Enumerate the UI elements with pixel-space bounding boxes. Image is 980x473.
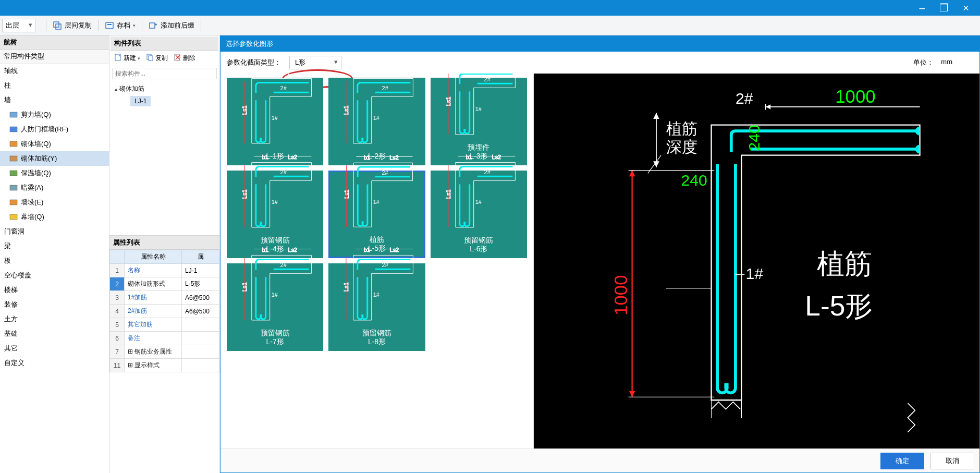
unit-value: mm	[941, 58, 952, 67]
prop-label: 其它加筋	[125, 318, 182, 332]
prop-idx: 5	[110, 318, 125, 332]
prop-value[interactable]	[182, 332, 219, 345]
nav-item-axis[interactable]: 轴线	[0, 64, 109, 78]
archive-label: 存档	[117, 21, 130, 30]
thumb-name: L-8形	[368, 337, 386, 347]
svg-text:1#: 1#	[373, 199, 379, 205]
svg-text:b1: b1	[262, 247, 268, 253]
thumb-diagram: b1Ls2Ls12#1#	[333, 244, 421, 329]
label-1: 1#	[746, 265, 764, 282]
nav-item-curtain[interactable]: 幕墙(Q)	[0, 210, 109, 224]
prop-col-val: 属	[182, 250, 219, 264]
nav-item-beam[interactable]: 梁	[0, 239, 109, 253]
prop-idx: 11	[110, 359, 125, 372]
shape-thumb-L-6形[interactable]: b1Ls2Ls12#1#预留钢筋L-6形	[431, 171, 527, 258]
nav-item-wall[interactable]: 墙	[0, 93, 109, 107]
param-type-label: 参数化截面类型：	[227, 58, 281, 67]
tree-root[interactable]: 砌体加筋	[115, 83, 214, 94]
param-type-dropdown[interactable]: L形	[289, 56, 341, 69]
layer-dropdown[interactable]: 出层	[2, 19, 35, 32]
prop-value[interactable]	[182, 359, 219, 372]
thumb-desc: 预埋件	[468, 143, 489, 152]
nav-item-foundation[interactable]: 基础	[0, 326, 109, 341]
nav-item-label: 自定义	[4, 358, 24, 368]
nav-item-door[interactable]: 门窗洞	[0, 224, 109, 239]
nav-item-pier[interactable]: 墙垛(E)	[0, 195, 109, 210]
prop-value[interactable]: LJ-1	[182, 264, 219, 277]
copy-layers-button[interactable]: 层间复制	[48, 19, 96, 32]
shape-thumb-L-8形[interactable]: b1Ls2Ls12#1#预留钢筋L-8形	[328, 263, 425, 351]
nav-item-earth[interactable]: 土方	[0, 312, 109, 326]
prop-idx: 4	[110, 305, 125, 318]
svg-text:2#: 2#	[484, 76, 491, 82]
dialog-body: b1Ls2Ls12#1#L-1形b1Ls2Ls12#1#L-2形b1Ls2Ls1…	[220, 74, 979, 448]
svg-rect-1	[56, 24, 61, 29]
center-column: 构件列表 新建 ▾ 复制 删除 砌体加筋	[109, 35, 220, 473]
nav-item-decor[interactable]: 装修	[0, 297, 109, 312]
svg-rect-8	[10, 156, 17, 161]
archive-button[interactable]: 存档 ▾	[101, 19, 140, 32]
nav-item-column[interactable]: 柱	[0, 78, 109, 93]
prop-value[interactable]	[182, 345, 219, 359]
nav-item-label: 幕墙(Q)	[21, 212, 44, 222]
svg-text:Ls2: Ls2	[390, 74, 399, 76]
cancel-button[interactable]: 取消	[930, 453, 974, 469]
svg-rect-15	[149, 56, 153, 60]
copy-layers-label: 层间复制	[65, 21, 92, 30]
minimize-button[interactable]: –	[911, 2, 933, 14]
nav-item-stair[interactable]: 楼梯	[0, 283, 109, 297]
svg-rect-12	[10, 214, 17, 220]
prop-row[interactable]: 2砌体加筋形式L-5形	[110, 277, 219, 291]
prop-row[interactable]: 42#加筋A6@500	[110, 305, 219, 318]
prop-value[interactable]	[182, 318, 219, 332]
tree-child-lj1[interactable]: LJ-1	[130, 96, 151, 106]
nav-item-label: 砌体墙(Q)	[21, 139, 51, 149]
nav-item-insul[interactable]: 保温墙(Q)	[0, 166, 109, 180]
svg-rect-3	[107, 24, 112, 25]
svg-text:2#: 2#	[382, 262, 389, 268]
nav-item-slab[interactable]: 板	[0, 253, 109, 268]
thumb-diagram: b1Ls2Ls12#1#	[333, 74, 421, 152]
prop-row[interactable]: 31#加筋A6@500	[110, 291, 219, 305]
prop-value[interactable]: A6@500	[182, 305, 219, 318]
prop-row[interactable]: 7⊞ 钢筋业务属性	[110, 345, 219, 359]
nav-item-rf[interactable]: 人防门框墙(RF)	[0, 122, 109, 137]
prop-row[interactable]: 5其它加筋	[110, 318, 219, 332]
dialog-toolbar: 参数化截面类型： L形 单位： mm	[220, 52, 979, 74]
prop-row[interactable]: 1名称LJ-1	[110, 264, 219, 277]
prop-row[interactable]: 6备注	[110, 332, 219, 345]
dim-left: 1000	[611, 275, 631, 315]
nav-item-hollow[interactable]: 空心楼盖	[0, 268, 109, 283]
delete-icon	[174, 54, 181, 63]
copy-component-button[interactable]: 复制	[144, 52, 170, 64]
maximize-button[interactable]: ❐	[933, 2, 955, 14]
prop-value[interactable]: L-5形	[182, 277, 219, 291]
add-prefix-button[interactable]: 添加前后缀	[144, 19, 199, 32]
svg-rect-6	[10, 127, 17, 132]
nav-item-custom[interactable]: 自定义	[0, 356, 109, 370]
nav-item-masonry[interactable]: 砌体墙(Q)	[0, 137, 109, 151]
prop-label: 名称	[125, 264, 182, 277]
close-button[interactable]: ×	[955, 2, 977, 14]
separator	[142, 20, 142, 31]
prop-row[interactable]: 11⊞ 显示样式	[110, 359, 219, 372]
search-input[interactable]	[112, 68, 217, 79]
svg-text:2#: 2#	[280, 85, 287, 91]
nav-item-hidden-beam[interactable]: 暗梁(A)	[0, 180, 109, 195]
nav-item-label: 楼梯	[4, 285, 18, 295]
svg-text:Ls2: Ls2	[390, 154, 399, 161]
ok-button[interactable]: 确定	[880, 453, 924, 469]
thumb-diagram: b1Ls2Ls12#1#	[333, 152, 420, 235]
nav-item-label: 板	[4, 256, 11, 265]
nav-item-other[interactable]: 其它	[0, 341, 109, 356]
nav-item-label: 砌体加筋(Y)	[21, 154, 57, 163]
separator	[201, 20, 201, 31]
new-component-button[interactable]: 新建 ▾	[112, 52, 143, 64]
nav-item-shearwall[interactable]: 剪力墙(Q)	[0, 107, 109, 122]
svg-rect-11	[10, 200, 17, 205]
delete-component-button[interactable]: 删除	[172, 52, 198, 64]
prop-idx: 1	[110, 264, 125, 277]
prop-value[interactable]: A6@500	[182, 291, 219, 305]
nav-item-masonry-reinf[interactable]: 砌体加筋(Y)	[0, 151, 109, 166]
shape-thumb-L-7形[interactable]: b1Ls2Ls12#1#预留钢筋L-7形	[227, 263, 323, 351]
